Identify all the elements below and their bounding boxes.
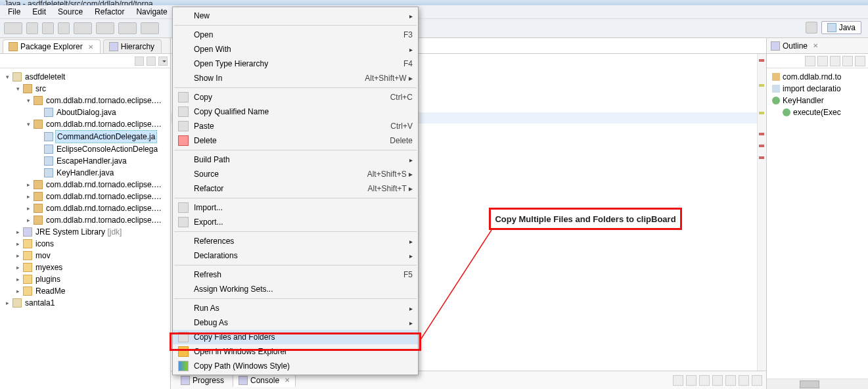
cmi-open-with[interactable]: Open With▸ <box>173 42 418 57</box>
link-editor-icon[interactable] <box>147 57 156 66</box>
cmi-delete[interactable]: DeleteDelete <box>173 133 418 148</box>
debug-button[interactable] <box>74 22 92 34</box>
tree-src[interactable]: src <box>34 83 47 95</box>
method-icon <box>783 108 790 116</box>
view-menu-icon[interactable] <box>158 57 168 66</box>
outline-toolbar <box>767 54 868 68</box>
cmi-references[interactable]: References▸ <box>173 234 418 248</box>
perspective-java[interactable]: Java <box>821 21 861 34</box>
cmi-source[interactable]: SourceAlt+Shift+S ▸ <box>173 167 418 181</box>
tab-package-explorer[interactable]: Package Explorer ✕ <box>3 39 101 53</box>
cmi-show-in[interactable]: Show InAlt+Shift+W ▸ <box>173 71 418 85</box>
menu-navigate[interactable]: Navigate <box>131 6 172 18</box>
outline-item[interactable]: import declaratio <box>783 83 841 95</box>
cmi-export[interactable]: Export... <box>173 215 418 229</box>
cmi-refresh[interactable]: RefreshF5 <box>173 267 418 282</box>
menu-edit[interactable]: Edit <box>27 6 51 18</box>
hide-nonpublic-icon[interactable] <box>842 56 853 66</box>
menu-refactor[interactable]: Refactor <box>89 6 129 18</box>
close-icon[interactable]: ✕ <box>88 43 93 51</box>
outline-item[interactable]: com.ddlab.rnd.to <box>783 71 841 83</box>
hide-local-icon[interactable] <box>855 56 865 66</box>
save-button[interactable] <box>26 22 38 34</box>
tree-folder[interactable]: icons <box>34 238 55 250</box>
outline-item[interactable]: KeyHandler <box>783 95 824 106</box>
tree-project[interactable]: asdfdeletelt <box>24 71 66 83</box>
cmi-run-as[interactable]: Run As▸ <box>173 301 418 315</box>
cmi-build-path[interactable]: Build Path▸ <box>173 152 418 167</box>
cmi-paste[interactable]: PasteCtrl+V <box>173 119 418 133</box>
package-icon <box>34 120 43 129</box>
src-folder-icon <box>23 84 32 93</box>
hide-fields-icon[interactable] <box>817 56 828 66</box>
console-icon <box>239 376 248 385</box>
tree-package[interactable]: com.ddlab.rnd.tornado.eclipse.… <box>45 118 163 130</box>
tab-progress[interactable]: Progress <box>175 374 230 387</box>
tree-file[interactable]: EscapeHandler.java <box>55 155 128 167</box>
tab-console[interactable]: Console ✕ <box>233 374 296 387</box>
tree-package[interactable]: com.ddlab.rnd.tornado.eclipse.… <box>45 95 163 106</box>
tree-jre[interactable]: JRE System Library [jdk] <box>34 226 123 238</box>
cmi-copy-path[interactable]: Copy Path (Windows Style) <box>173 359 418 373</box>
import-icon <box>178 202 189 213</box>
folder-icon <box>23 239 32 248</box>
scroll-lock-icon[interactable] <box>725 375 736 386</box>
close-icon[interactable]: ✕ <box>813 42 818 49</box>
tree-folder[interactable]: myexes <box>34 262 64 273</box>
package-icon <box>34 216 43 225</box>
cmi-declarations[interactable]: Declarations▸ <box>173 248 418 263</box>
new-package-button[interactable] <box>141 22 159 34</box>
print-button[interactable] <box>58 22 70 34</box>
external-tools-button[interactable] <box>118 22 137 34</box>
outline-hscrollbar[interactable] <box>767 378 868 389</box>
cmi-debug-as[interactable]: Debug As▸ <box>173 315 418 330</box>
overview-ruler[interactable] <box>757 54 766 371</box>
cmi-assign-working-sets[interactable]: Assign Working Sets... <box>173 282 418 296</box>
maximize-view-icon[interactable] <box>752 375 762 386</box>
pin-console-icon[interactable] <box>673 375 683 386</box>
cmi-copy-files-and-folders[interactable]: Copy Files and Folders <box>173 330 418 344</box>
close-icon[interactable]: ✕ <box>285 377 290 384</box>
sort-icon[interactable] <box>805 56 815 66</box>
folder-icon <box>23 286 32 296</box>
open-perspective-button[interactable] <box>806 22 817 34</box>
cmi-copy[interactable]: CopyCtrl+C <box>173 90 418 104</box>
cmi-open-in-windows-explorer[interactable]: Open in Windows Explorer <box>173 344 418 359</box>
menu-source[interactable]: Source <box>53 6 88 18</box>
clear-console-icon[interactable] <box>712 375 723 386</box>
tree-package[interactable]: com.ddlab.rnd.tornado.eclipse.… <box>45 214 163 226</box>
export-icon <box>178 217 189 227</box>
hide-static-icon[interactable] <box>830 56 840 66</box>
menu-file[interactable]: File <box>3 6 26 18</box>
collapse-all-icon[interactable] <box>135 57 144 66</box>
cmi-open-type-hierarchy[interactable]: Open Type HierarchyF4 <box>173 57 418 71</box>
tree-folder[interactable]: ReadMe <box>34 285 66 297</box>
save-all-button[interactable] <box>42 22 54 34</box>
cmi-new[interactable]: New▸ <box>173 9 418 23</box>
cmi-import[interactable]: Import... <box>173 200 418 215</box>
tree-file[interactable]: EclipseConsoleActionDelega <box>55 143 159 155</box>
tree-folder[interactable]: mov <box>34 250 52 262</box>
class-icon <box>772 97 780 104</box>
tree-package[interactable]: com.ddlab.rnd.tornado.eclipse.… <box>45 191 163 202</box>
tree-file[interactable]: KeyHandler.java <box>55 167 115 179</box>
outline-item[interactable]: execute(Exec <box>793 106 841 118</box>
package-explorer-tree[interactable]: ▾asdfdeletelt ▾src ▾com.ddlab.rnd.tornad… <box>0 68 170 389</box>
outline-tree[interactable]: com.ddlab.rnd.to import declaratio KeyHa… <box>767 68 868 378</box>
minimize-view-icon[interactable] <box>739 375 749 386</box>
cmi-copy-qualified-name[interactable]: Copy Qualified Name <box>173 104 418 119</box>
tree-file-selected[interactable]: CommandActionDelegate.ja <box>55 130 157 143</box>
paste-icon <box>178 121 189 131</box>
tree-package[interactable]: com.ddlab.rnd.tornado.eclipse.… <box>45 202 163 214</box>
open-console-icon[interactable] <box>699 375 710 386</box>
tab-hierarchy[interactable]: Hierarchy <box>103 39 162 53</box>
new-wizard-button[interactable] <box>4 22 22 34</box>
tree-file[interactable]: AboutDialog.java <box>55 106 118 118</box>
display-selected-icon[interactable] <box>686 375 697 386</box>
tree-folder[interactable]: plugins <box>34 273 62 285</box>
cmi-refactor[interactable]: RefactorAlt+Shift+T ▸ <box>173 181 418 196</box>
tree-package[interactable]: com.ddlab.rnd.tornado.eclipse.… <box>45 179 163 191</box>
tree-project[interactable]: santala1 <box>24 297 56 309</box>
run-button[interactable] <box>96 22 114 34</box>
cmi-open[interactable]: OpenF3 <box>173 28 418 42</box>
